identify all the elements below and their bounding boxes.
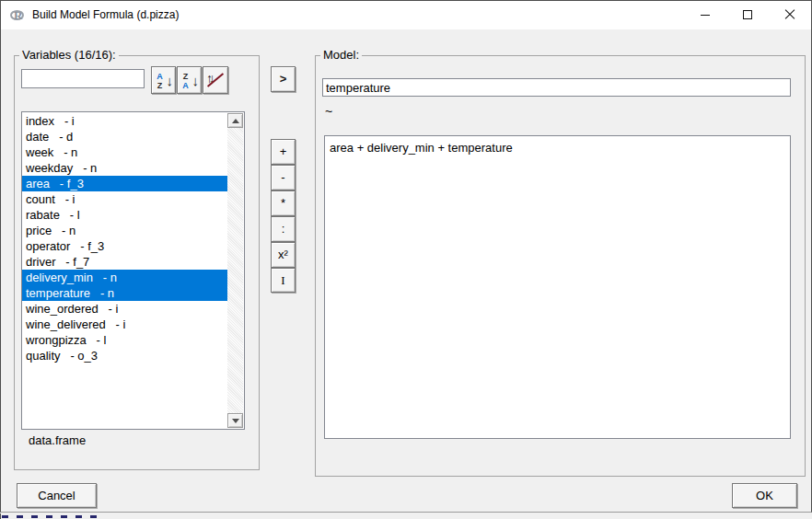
scroll-down-button[interactable] xyxy=(227,413,243,428)
sort-ascending-button[interactable]: AZ ↓ xyxy=(151,66,176,94)
background-artifact xyxy=(2,515,105,518)
listbox-scrollbar[interactable] xyxy=(227,113,243,428)
list-item[interactable]: week - n xyxy=(22,144,227,160)
minimize-button[interactable] xyxy=(684,1,726,29)
screen: R Build Model Formula (d.pizza) Variable… xyxy=(0,0,812,519)
identity-operator-button[interactable]: I xyxy=(271,268,296,293)
variables-group-label: Variables (16/16): xyxy=(19,48,119,62)
dataframe-label: data.frame xyxy=(29,433,86,447)
list-item[interactable]: rabate - l xyxy=(22,207,227,223)
window-edge xyxy=(0,513,1,519)
sort-za-icon: ZA xyxy=(181,72,190,90)
sort-descending-button[interactable]: ZA ↓ xyxy=(177,66,202,94)
r-logo-letter: R xyxy=(14,8,22,22)
close-icon xyxy=(784,9,795,20)
titlebar[interactable]: R Build Model Formula (d.pizza) xyxy=(1,1,811,29)
square-operator-button[interactable]: x² xyxy=(271,242,296,268)
down-arrow-icon: ↓ xyxy=(192,72,200,90)
list-item[interactable]: wrongpizza - l xyxy=(22,332,227,348)
scroll-up-button[interactable] xyxy=(227,113,243,128)
list-item[interactable]: count - i xyxy=(22,191,227,207)
maximize-button[interactable] xyxy=(726,1,769,29)
cancel-button[interactable]: Cancel xyxy=(17,483,97,508)
list-item[interactable]: delivery_min - n xyxy=(22,270,227,285)
crossed-arrows-icon: ↑↓ xyxy=(206,71,225,89)
plus-operator-button[interactable]: + xyxy=(271,139,296,165)
model-lhs-input[interactable] xyxy=(322,78,791,97)
list-item[interactable]: wine_ordered - i xyxy=(22,301,227,317)
minus-operator-button[interactable]: - xyxy=(271,165,296,190)
window-title: Build Model Formula (d.pizza) xyxy=(32,1,179,29)
list-item[interactable]: driver - f_7 xyxy=(22,254,227,270)
sort-az-icon: AZ xyxy=(156,72,164,90)
colon-operator-button[interactable]: : xyxy=(271,216,296,242)
list-item[interactable]: price - n xyxy=(22,223,227,238)
variables-list: index - idate - dweek - nweekday - narea… xyxy=(22,113,227,428)
model-rhs-textarea[interactable]: area + delivery_min + temperature xyxy=(324,135,791,439)
minimize-icon xyxy=(701,15,710,16)
dialog-window: R Build Model Formula (d.pizza) Variable… xyxy=(0,0,812,513)
model-group-label: Model: xyxy=(320,48,362,62)
list-item[interactable]: wine_delivered - i xyxy=(22,317,227,332)
maximize-icon xyxy=(743,10,752,19)
variables-listbox[interactable]: index - idate - dweek - nweekday - narea… xyxy=(21,111,245,430)
list-item[interactable]: area - f_3 xyxy=(22,176,227,191)
r-logo-icon: R xyxy=(10,7,26,23)
list-item[interactable]: quality - o_3 xyxy=(22,348,227,363)
list-item[interactable]: weekday - n xyxy=(22,160,227,176)
list-item[interactable]: date - d xyxy=(22,129,227,144)
desktop-strip xyxy=(0,513,812,519)
down-arrow-icon: ↓ xyxy=(167,72,174,90)
scroll-up-icon xyxy=(232,119,239,123)
close-button[interactable] xyxy=(769,1,811,29)
list-item[interactable]: temperature - n xyxy=(22,285,227,301)
times-operator-button[interactable]: * xyxy=(271,190,296,216)
tilde-label: ~ xyxy=(325,104,332,119)
move-variable-button[interactable]: > xyxy=(271,66,296,92)
list-item[interactable]: index - i xyxy=(22,113,227,129)
ok-button[interactable]: OK xyxy=(732,483,797,508)
variable-filter-input[interactable] xyxy=(21,69,145,88)
sort-original-order-button[interactable]: ↑↓ xyxy=(203,66,228,94)
scroll-down-icon xyxy=(232,419,239,423)
list-item[interactable]: operator - f_3 xyxy=(22,238,227,254)
